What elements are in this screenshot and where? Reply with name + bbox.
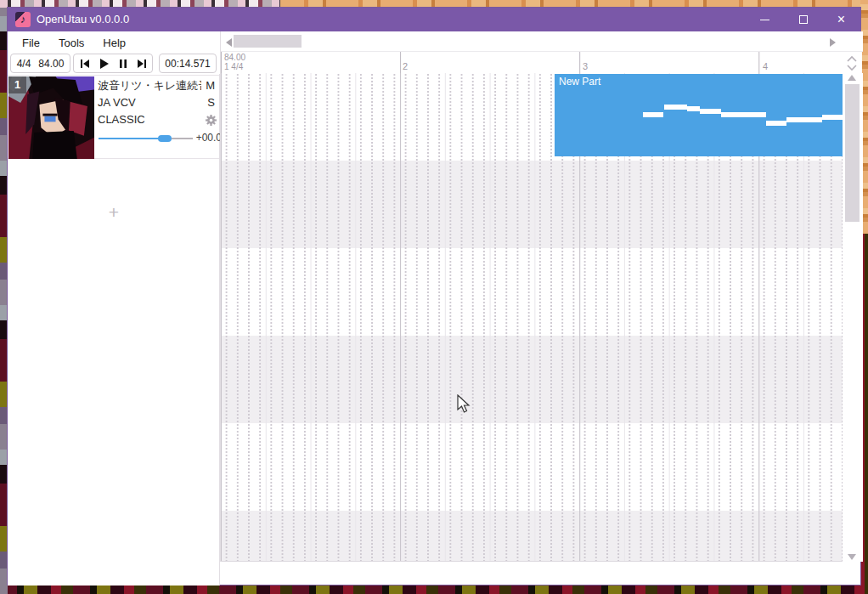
ruler-tempo-label: 84.00 (224, 53, 245, 62)
vertical-zoom-control[interactable] (845, 54, 859, 74)
chevron-up-icon (848, 57, 856, 61)
skip-end-icon[interactable] (138, 59, 146, 68)
track-info: 波音リツ・キレ連続音Ver M JA VCV S CLASSIC (98, 77, 217, 128)
close-button[interactable]: × (822, 8, 860, 31)
menu-help[interactable]: Help (93, 33, 135, 53)
add-track-button[interactable]: + (100, 201, 127, 224)
part-note-preview (687, 106, 700, 111)
play-icon[interactable] (100, 59, 109, 69)
playback-time: 00:14.571 (165, 58, 210, 70)
solo-button[interactable]: S (207, 94, 215, 111)
scroll-right-arrow-icon[interactable] (830, 38, 836, 47)
mute-button[interactable]: M (206, 77, 215, 94)
measure-label-3: 3 (583, 61, 588, 71)
window-title: OpenUtau v0.0.0.0 (37, 13, 129, 25)
app-icon: ♪ (15, 12, 31, 27)
volume-slider-fill (99, 138, 160, 139)
menu-file[interactable]: File (13, 33, 49, 53)
part-note-preview (766, 121, 786, 126)
track-row[interactable]: 1 波音リツ・キレ連続音Ver M JA VCV S CLASSIC (8, 75, 219, 159)
part-block[interactable]: New Part (555, 74, 843, 156)
horizontal-scrollbar[interactable] (221, 31, 863, 52)
desktop-background: ♪ OpenUtau v0.0.0.0 × File Tools Help 4/… (0, 0, 868, 594)
tempo-value[interactable]: 84.00 (38, 58, 64, 70)
measure-label-2: 2 (403, 61, 408, 71)
vertical-scrollbar-thumb[interactable] (845, 84, 860, 222)
scroll-down-arrow-icon[interactable] (848, 554, 856, 560)
menu-bar: File Tools Help (8, 31, 220, 54)
part-note-preview (786, 117, 822, 122)
horizontal-scrollbar-thumb[interactable] (234, 35, 302, 48)
close-icon: × (837, 13, 845, 26)
renderer-label[interactable]: CLASSIC (98, 113, 145, 126)
volume-slider[interactable]: +00.0 (98, 132, 218, 145)
playback-time-box[interactable]: 00:14.571 (159, 54, 217, 73)
time-signature-value[interactable]: 4/4 (17, 58, 31, 70)
minimize-button[interactable] (746, 8, 784, 31)
phonemizer-label[interactable]: JA VCV (98, 96, 136, 109)
title-bar[interactable]: ♪ OpenUtau v0.0.0.0 × (8, 8, 860, 31)
maximize-button[interactable] (784, 8, 822, 31)
skip-start-icon[interactable] (81, 59, 89, 68)
arrangement-area: 84.00 1 4/4 2 3 4 New Part (220, 31, 862, 562)
part-label: New Part (559, 76, 600, 88)
maximize-icon (799, 15, 808, 24)
ruler-measure1-label: 1 4/4 (224, 62, 243, 71)
scroll-left-arrow-icon[interactable] (226, 38, 232, 47)
part-note-preview (643, 112, 663, 117)
playback-controls (73, 54, 153, 73)
track-panel: 1 波音リツ・キレ連続音Ver M JA VCV S CLASSIC (8, 74, 220, 586)
vertical-scrollbar[interactable] (844, 73, 863, 562)
openutau-window: ♪ OpenUtau v0.0.0.0 × File Tools Help 4/… (7, 7, 861, 586)
volume-value: +00.0 (196, 132, 222, 144)
meter-tempo-box[interactable]: 4/4 84.00 (10, 54, 70, 73)
part-note-preview (822, 115, 843, 120)
volume-slider-thumb[interactable] (158, 135, 172, 142)
measure-label-4: 4 (763, 61, 768, 71)
part-note-preview (721, 112, 766, 117)
gear-icon[interactable] (206, 115, 217, 126)
track-number: 1 (8, 76, 26, 93)
minimize-icon (760, 20, 769, 20)
singer-name[interactable]: 波音リツ・キレ連続音Ver (98, 77, 201, 94)
timeline-ruler[interactable]: 84.00 1 4/4 2 3 4 (221, 52, 843, 73)
menu-tools[interactable]: Tools (49, 33, 93, 53)
part-note-preview (664, 105, 687, 110)
pause-icon[interactable] (120, 59, 127, 68)
arrangement-grid[interactable]: New Part (221, 73, 843, 562)
volume-slider-track (172, 138, 193, 139)
chevron-down-icon (848, 65, 856, 70)
part-note-preview (700, 109, 721, 114)
scroll-up-arrow-icon[interactable] (848, 75, 856, 81)
